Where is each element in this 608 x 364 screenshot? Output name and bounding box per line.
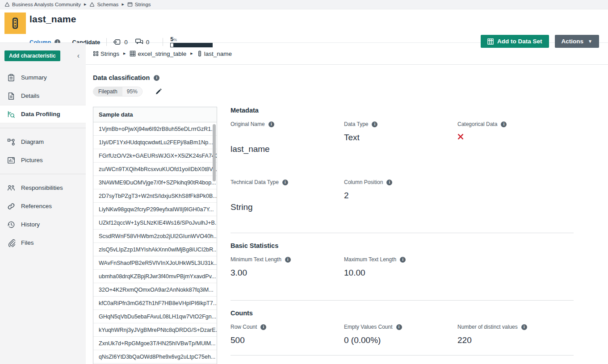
basic-statistics-title: Basic Statistics	[231, 242, 574, 249]
list-item: 1Iyi/DF1YxHUdqtqcwdwtLu2FEPj/8aBm1Np...	[93, 136, 217, 149]
column-icon	[197, 50, 202, 57]
document-icon	[7, 92, 15, 100]
breadcrumb-label: last_name	[204, 50, 232, 57]
sidebar-item-history[interactable]: History	[0, 215, 86, 234]
info-icon[interactable]: i	[501, 121, 507, 127]
completeness-indicator: 5%	[170, 37, 213, 47]
sidebar-item-data-profiling[interactable]: Data Profiling	[0, 105, 86, 123]
completeness-bar	[170, 43, 213, 47]
list-item: zu/WCn9TXQih4bRcsxvuKUOfd1yoiIDbX0t8V...	[93, 163, 217, 176]
original-name-value: last_name	[231, 144, 344, 154]
data-classification-title: Data classification i	[93, 74, 608, 81]
sidebar-item-label: Details	[21, 92, 39, 99]
add-to-dataset-button[interactable]: Add to Data Set	[481, 35, 549, 48]
breadcrumb-label: Business Analysts Community	[12, 2, 81, 7]
counts-title: Counts	[231, 310, 574, 317]
column-icon	[9, 17, 21, 29]
schema-icon	[93, 51, 99, 57]
info-icon[interactable]: i	[282, 180, 288, 185]
list-item: ubmha08drqKZBpjRJwr3f40mvPBjmYxavdPv...	[93, 270, 217, 283]
sidebar-item-references[interactable]: References	[0, 197, 86, 215]
edit-pencil-icon[interactable]	[155, 88, 162, 95]
breadcrumb-item-schema[interactable]: Strings	[93, 50, 119, 57]
sidebar-item-responsibilities[interactable]: Responsibilities	[0, 179, 86, 197]
breadcrumb-item-community[interactable]: Business Analysts Community	[4, 2, 81, 7]
field-min-text-length: Minimum Text Lengthi 3.00	[231, 256, 344, 300]
classification-tag[interactable]: Filepath 95%	[93, 87, 143, 96]
tags-count-value: 0	[124, 39, 128, 46]
column-asset-icon	[4, 13, 26, 34]
breadcrumb-separator-icon: ▶	[123, 52, 126, 55]
field-technical-data-type: Technical Data Typei String	[231, 179, 344, 229]
list-item: 2D7syTbPZgT3+W2ntS/IdxjuSKhS8fFk8Pk0B...	[93, 189, 217, 203]
completeness-label: 5%	[170, 37, 213, 42]
sample-data-card: Sample data 1VjmBb+oPjwXj94w6I92rB8uh55e…	[93, 107, 217, 364]
link-icon	[7, 202, 15, 210]
breadcrumb-item-table[interactable]: excel_string_table	[130, 50, 186, 57]
sidebar-item-label: History	[21, 221, 40, 228]
content-area: Strings ▶ excel_string_table ▶ last_name…	[86, 43, 608, 364]
list-item: kYuqhWRnj3yJVgBMrePNtc8qDRDG/S+DzarE...	[93, 323, 217, 337]
list-item: UZkf12qccW+1ySLNzKIE4Ws16/SPoJvulhJ+B...	[93, 216, 217, 230]
min-text-length-value: 3.00	[231, 268, 344, 278]
paperclip-icon	[7, 239, 15, 247]
sidebar-item-files[interactable]: Files	[0, 234, 86, 252]
sidebar-item-pictures[interactable]: Pictures	[0, 151, 86, 169]
comments-count[interactable]: 0	[135, 38, 150, 46]
divider	[163, 38, 163, 46]
breadcrumb-item-schemas[interactable]: Schemas	[89, 2, 118, 7]
people-icon	[7, 184, 15, 192]
sidebar-item-label: Pictures	[21, 157, 43, 163]
breadcrumb-separator-icon: ▶	[122, 3, 124, 6]
top-breadcrumb: Business Analysts Community ▶ Schemas ▶ …	[0, 0, 608, 9]
sidebar-item-summary[interactable]: Summary	[0, 68, 86, 87]
add-characteristic-button[interactable]: Add characteristic	[4, 50, 60, 61]
breadcrumb-separator-icon: ▶	[190, 52, 193, 55]
scrollbar-thumb[interactable]	[213, 124, 216, 181]
column-position-value: 2	[344, 191, 457, 201]
list-item: kfC0aRiPfn3mG62Th1hF7HB8eVHpIPI6lkpT7...	[93, 297, 217, 310]
list-item: LiyNKw98gqw2fcryP299eyfxaIWIIj9IGH0a7Y..…	[93, 203, 217, 216]
picture-icon	[7, 156, 15, 164]
sample-data-list: 1VjmBb+oPjwXj94w6I92rB8uh55eDLrrrGzR1...…	[93, 122, 217, 364]
info-icon[interactable]: i	[400, 257, 406, 263]
collapse-sidebar-icon[interactable]: ‹	[77, 52, 80, 59]
info-icon[interactable]: i	[396, 324, 402, 330]
sidebar-item-diagram[interactable]: Diagram	[0, 133, 86, 151]
sidebar-item-label: Data Profiling	[21, 111, 60, 117]
breadcrumb-label: excel_string_table	[138, 50, 186, 57]
info-icon[interactable]: i	[372, 121, 377, 127]
history-clock-icon	[7, 221, 15, 229]
divider	[0, 174, 86, 174]
sidebar-item-details[interactable]: Details	[0, 87, 86, 105]
info-icon[interactable]: i	[154, 75, 159, 81]
info-icon[interactable]: i	[521, 324, 527, 330]
breadcrumb-label: Strings	[135, 2, 151, 7]
tags-count[interactable]: 0	[113, 39, 128, 46]
sample-data-header: Sample data	[93, 107, 217, 122]
distinct-values-value: 220	[457, 335, 574, 345]
field-empty-values-count: Empty Values Counti 0 (0.00%)	[344, 324, 457, 355]
list-item: qNsZI6YtD3bQaOWd8Phe9x6vg2uLtpC75eh...	[93, 350, 217, 364]
field-column-position: Column Positioni 2	[344, 179, 457, 229]
classification-tag-confidence: 95%	[122, 87, 142, 96]
comments-count-value: 0	[146, 39, 150, 46]
info-icon[interactable]: i	[268, 121, 274, 127]
divider	[0, 128, 86, 128]
page-title: last_name	[29, 14, 76, 25]
row-count-value: 500	[231, 335, 344, 345]
breadcrumb-item-strings[interactable]: Strings	[127, 2, 151, 7]
actions-button[interactable]: Actions ▼	[555, 35, 599, 48]
asset-header: last_name Column i Candidate 0 0 5% Add …	[0, 9, 608, 43]
header-buttons: Add to Data Set Actions ▼	[481, 35, 599, 48]
info-icon[interactable]: i	[386, 180, 392, 185]
list-item: 32O+4K2RxmQOmxOA9ar2AnNokk87fq3iM...	[93, 283, 217, 297]
table-icon	[130, 50, 136, 57]
profiling-panel: Metadata Original Namei last_name Data T…	[231, 107, 574, 364]
list-item: 3NAWME9DuOMVjge7/0f+SZPkihq90tR4bop...	[93, 176, 217, 189]
divider	[231, 233, 574, 233]
list-item: ScsdRWnF58VHWbm2zob2jUl2GIunWVO40h...	[93, 230, 217, 243]
schemas-icon	[89, 2, 95, 7]
info-icon[interactable]: i	[285, 257, 291, 263]
info-icon[interactable]: i	[260, 324, 266, 330]
